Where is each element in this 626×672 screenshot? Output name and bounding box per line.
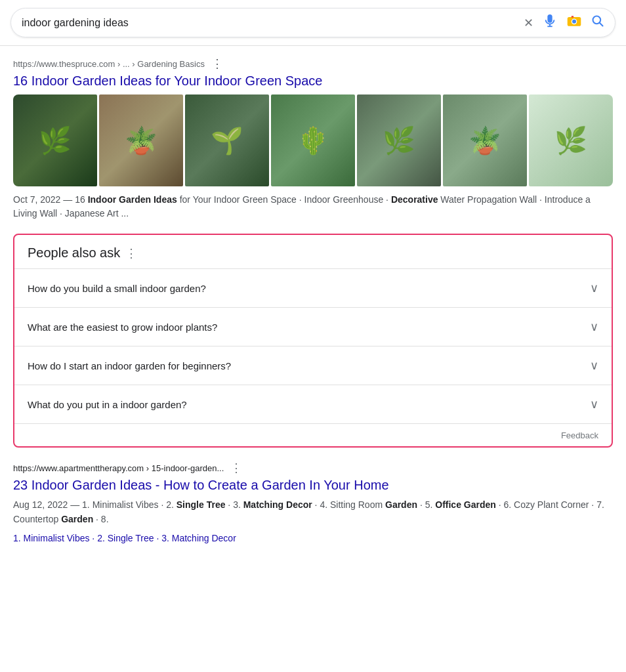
search-query-text: indoor gardening ideas <box>22 17 518 29</box>
search-bar: indoor gardening ideas ✕ <box>10 8 616 37</box>
snippet-date: Oct 7, 2022 <box>13 194 60 205</box>
result2-date: Aug 12, 2022 <box>13 499 68 510</box>
paa-header: People also ask ⋮ <box>14 235 612 268</box>
paa-feedback-button[interactable]: Feedback <box>561 430 598 440</box>
paa-chevron-1-icon: ∨ <box>590 281 598 295</box>
plant-icon-7: 🌿 <box>529 94 613 186</box>
gallery-image-1[interactable]: 🌿 <box>13 94 97 186</box>
svg-line-7 <box>600 23 603 26</box>
paa-title: People also ask <box>28 245 120 261</box>
result-thespruce-snippet: Oct 7, 2022 — 16 Indoor Garden Ideas for… <box>13 193 613 220</box>
camera-icon[interactable] <box>566 14 582 32</box>
paa-menu-icon[interactable]: ⋮ <box>125 246 137 261</box>
plant-icon-5: 🌿 <box>357 94 441 186</box>
paa-question-3-text: How do I start an indoor garden for begi… <box>28 360 231 371</box>
paa-footer: Feedback <box>14 423 612 446</box>
svg-point-4 <box>572 20 576 24</box>
snippet-text: — 16 Indoor Garden Ideas for Your Indoor… <box>13 194 591 219</box>
single-tree-link[interactable]: 2. Single Tree <box>97 533 154 543</box>
main-content: https://www.thespruce.com › ... › Garden… <box>0 46 626 569</box>
result-thespruce-menu[interactable]: ⋮ <box>211 56 223 71</box>
result-apartmenttherapy: https://www.apartmenttherapy.com › 15-in… <box>13 461 613 545</box>
clear-icon[interactable]: ✕ <box>524 16 533 30</box>
paa-question-3[interactable]: How do I start an indoor garden for begi… <box>14 346 612 385</box>
result2-snippet-text: — 1. Minimalist Vibes · 2. Single Tree ·… <box>13 499 604 524</box>
result2-title[interactable]: 23 Indoor Garden Ideas - How to Create a… <box>13 476 613 494</box>
result-thespruce-gallery: 🌿 🪴 🌱 🌵 🌿 🪴 🌿 <box>13 94 613 186</box>
paa-chevron-4-icon: ∨ <box>590 397 598 411</box>
paa-chevron-2-icon: ∨ <box>590 320 598 334</box>
paa-question-1-text: How do you build a small indoor garden? <box>28 283 206 294</box>
result-thespruce-title[interactable]: 16 Indoor Garden Ideas for Your Indoor G… <box>13 72 613 89</box>
result-thespruce-url: https://www.thespruce.com › ... › Garden… <box>13 56 613 71</box>
svg-rect-5 <box>572 16 574 18</box>
gallery-image-4[interactable]: 🌵 <box>271 94 355 186</box>
search-bar-icons: ✕ <box>524 14 604 32</box>
result2-snippet: Aug 12, 2022 — 1. Minimalist Vibes · 2. … <box>13 497 613 527</box>
result-thespruce-url-text: https://www.thespruce.com › ... › Garden… <box>13 59 205 69</box>
paa-question-4-text: What do you put in a indoor garden? <box>28 399 187 410</box>
minimalist-vibes-link[interactable]: 1. Minimalist Vibes <box>13 533 89 543</box>
result-thespruce: https://www.thespruce.com › ... › Garden… <box>13 56 613 220</box>
paa-question-1[interactable]: How do you build a small indoor garden? … <box>14 268 612 307</box>
paa-question-4[interactable]: What do you put in a indoor garden? ∨ <box>14 385 612 423</box>
result2-url: https://www.apartmenttherapy.com › 15-in… <box>13 461 613 475</box>
gallery-image-2[interactable]: 🪴 <box>99 94 183 186</box>
paa-question-2-text: What are the easiest to grow indoor plan… <box>28 322 217 333</box>
matching-decor-link[interactable]: 3. Matching Decor <box>161 533 236 543</box>
gallery-image-3[interactable]: 🌱 <box>185 94 269 186</box>
result2-menu-icon[interactable]: ⋮ <box>230 461 242 475</box>
search-icon[interactable] <box>591 14 604 31</box>
paa-question-2[interactable]: What are the easiest to grow indoor plan… <box>14 307 612 346</box>
gallery-image-7[interactable]: 🌿 <box>529 94 613 186</box>
plant-icon-4: 🌵 <box>271 94 355 186</box>
link-separator-1: · <box>92 533 97 543</box>
plant-icon-6: 🪴 <box>443 94 527 186</box>
search-bar-container: indoor gardening ideas ✕ <box>0 0 626 46</box>
paa-chevron-3-icon: ∨ <box>590 358 598 373</box>
people-also-ask-box: People also ask ⋮ How do you build a sma… <box>13 234 613 448</box>
gallery-image-6[interactable]: 🪴 <box>443 94 527 186</box>
plant-icon-2: 🪴 <box>99 94 183 186</box>
gallery-image-5[interactable]: 🌿 <box>357 94 441 186</box>
result2-url-text: https://www.apartmenttherapy.com › 15-in… <box>13 463 224 473</box>
result2-links: 1. Minimalist Vibes · 2. Single Tree · 3… <box>13 531 613 545</box>
plant-icon-3: 🌱 <box>185 94 269 186</box>
mic-icon[interactable] <box>543 14 557 32</box>
plant-icon-1: 🌿 <box>13 94 97 186</box>
